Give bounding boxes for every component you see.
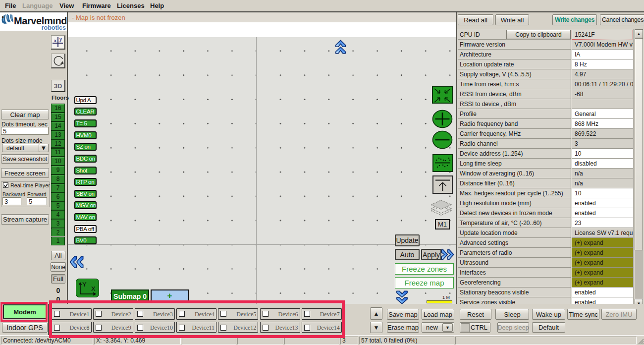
svg-text:y: y (59, 37, 62, 42)
svg-text:x: x (54, 38, 56, 43)
svg-text:X: X (91, 285, 96, 292)
svg-text:Y: Y (82, 281, 87, 288)
